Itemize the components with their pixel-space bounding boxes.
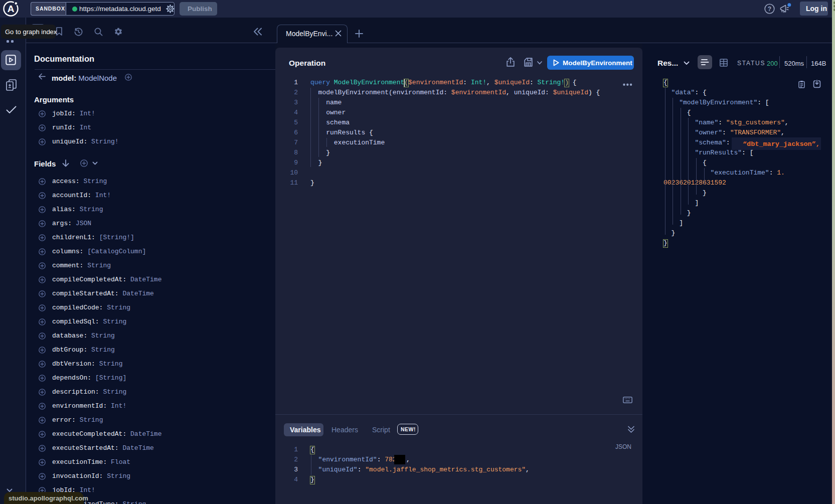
svg-text:?: ? <box>768 6 771 13</box>
svg-text:A: A <box>8 4 15 14</box>
